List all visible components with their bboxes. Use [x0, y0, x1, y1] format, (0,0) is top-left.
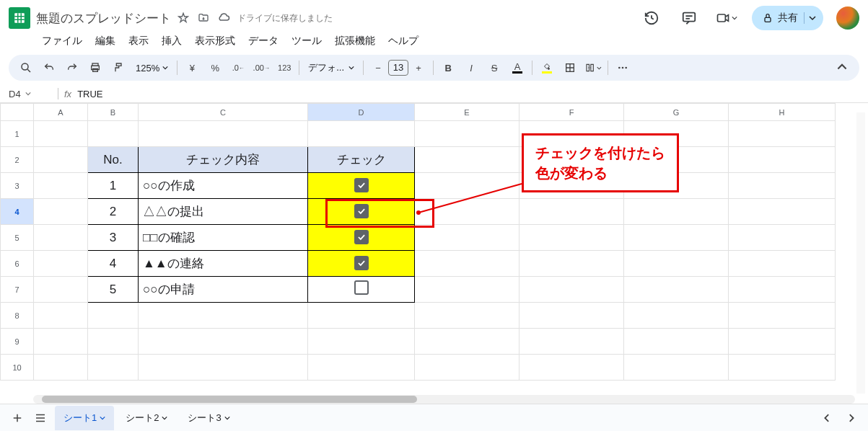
cell-D4[interactable]: [308, 199, 415, 225]
col-header-D[interactable]: D: [308, 104, 415, 121]
search-icon[interactable]: [17, 59, 35, 76]
cell-G4[interactable]: [624, 199, 729, 225]
cell-D9[interactable]: [308, 329, 415, 355]
move-icon[interactable]: [196, 10, 211, 26]
cell-G6[interactable]: [624, 251, 729, 277]
checkbox-icon[interactable]: [354, 230, 369, 244]
row-header-8[interactable]: 8: [1, 303, 34, 329]
row-header-5[interactable]: 5: [1, 225, 34, 251]
cloud-saved-icon[interactable]: [216, 10, 232, 26]
cell-A3[interactable]: [34, 173, 88, 199]
share-button[interactable]: 共有: [752, 6, 823, 30]
cell-B1[interactable]: [88, 121, 139, 147]
cell-B7[interactable]: 5: [88, 277, 139, 303]
more-formats-icon[interactable]: 123: [276, 59, 293, 76]
account-avatar[interactable]: [836, 6, 859, 30]
cell-E10[interactable]: [415, 355, 520, 381]
italic-icon[interactable]: I: [463, 59, 480, 76]
percent-icon[interactable]: %: [206, 59, 224, 76]
cell-C2[interactable]: チェック内容: [139, 147, 308, 173]
cell-E1[interactable]: [415, 121, 520, 147]
meet-icon[interactable]: [714, 6, 739, 30]
sheet-nav-left-icon[interactable]: [819, 409, 836, 427]
history-icon[interactable]: [639, 6, 664, 30]
cell-C1[interactable]: [139, 121, 308, 147]
currency-icon[interactable]: ¥: [183, 59, 201, 76]
col-header-E[interactable]: E: [415, 104, 520, 121]
cell-G5[interactable]: [624, 225, 729, 251]
select-all-corner[interactable]: [1, 104, 34, 121]
cell-C8[interactable]: [139, 303, 308, 329]
row-header-2[interactable]: 2: [1, 147, 34, 173]
col-header-A[interactable]: A: [34, 104, 88, 121]
cell-A9[interactable]: [34, 329, 88, 355]
menu-表示[interactable]: 表示: [123, 32, 154, 50]
cell-A4[interactable]: [34, 199, 88, 225]
cell-H6[interactable]: [729, 251, 836, 277]
borders-icon[interactable]: [561, 59, 579, 76]
cell-E7[interactable]: [415, 277, 520, 303]
menu-挿入[interactable]: 挿入: [156, 32, 188, 50]
checkbox-icon[interactable]: [354, 204, 369, 218]
cell-H9[interactable]: [729, 329, 836, 355]
cell-H4[interactable]: [729, 199, 836, 225]
font-select[interactable]: デフォ...: [305, 61, 357, 74]
cell-D5[interactable]: [308, 225, 415, 251]
bold-icon[interactable]: B: [439, 59, 457, 76]
row-header-6[interactable]: 6: [1, 251, 34, 277]
print-icon[interactable]: [87, 59, 104, 76]
cell-H8[interactable]: [729, 303, 836, 329]
col-header-F[interactable]: F: [520, 104, 624, 121]
cell-F5[interactable]: [520, 225, 624, 251]
cell-H10[interactable]: [729, 355, 836, 381]
redo-icon[interactable]: [63, 59, 81, 76]
cell-A7[interactable]: [34, 277, 88, 303]
comment-icon[interactable]: [677, 6, 701, 30]
cell-D7[interactable]: [308, 277, 415, 303]
cell-C5[interactable]: □□の確認: [139, 225, 308, 251]
cell-B6[interactable]: 4: [88, 251, 139, 277]
cell-E4[interactable]: [415, 199, 520, 225]
checkbox-icon[interactable]: [354, 280, 369, 295]
cell-C7[interactable]: ○○の申請: [139, 277, 308, 303]
cell-H7[interactable]: [729, 277, 836, 303]
cell-B9[interactable]: [88, 329, 139, 355]
cell-D2[interactable]: チェック: [308, 147, 415, 173]
row-header-10[interactable]: 10: [1, 355, 34, 381]
sheet-tab-シート1[interactable]: シート1: [55, 406, 114, 430]
cell-B2[interactable]: No.: [88, 147, 139, 173]
paint-format-icon[interactable]: [110, 59, 127, 76]
collapse-toolbar-icon[interactable]: [833, 59, 851, 76]
cell-E3[interactable]: [415, 173, 520, 199]
row-header-3[interactable]: 3: [1, 173, 34, 199]
cell-E5[interactable]: [415, 225, 520, 251]
menu-ツール[interactable]: ツール: [286, 32, 328, 50]
cell-A1[interactable]: [34, 121, 88, 147]
star-icon[interactable]: [175, 10, 191, 26]
font-size-input[interactable]: 13: [388, 60, 408, 76]
col-header-B[interactable]: B: [88, 104, 139, 121]
font-size-increase[interactable]: +: [410, 59, 427, 76]
cell-D8[interactable]: [308, 303, 415, 329]
cell-A2[interactable]: [34, 147, 88, 173]
cell-F6[interactable]: [520, 251, 624, 277]
cell-F4[interactable]: [520, 199, 624, 225]
share-dropdown-icon[interactable]: [804, 12, 816, 24]
menu-編集[interactable]: 編集: [89, 32, 121, 50]
cell-C9[interactable]: [139, 329, 308, 355]
sheets-logo[interactable]: [9, 7, 30, 29]
font-size-decrease[interactable]: −: [369, 59, 387, 76]
cell-B8[interactable]: [88, 303, 139, 329]
horizontal-scrollbar[interactable]: [33, 395, 855, 404]
cell-G7[interactable]: [624, 277, 729, 303]
menu-ヘルプ[interactable]: ヘルプ: [382, 32, 424, 50]
menu-データ[interactable]: データ: [242, 32, 284, 50]
cell-C10[interactable]: [139, 355, 308, 381]
cell-H2[interactable]: [729, 147, 836, 173]
col-header-G[interactable]: G: [624, 104, 729, 121]
row-header-1[interactable]: 1: [1, 121, 34, 147]
cell-A5[interactable]: [34, 225, 88, 251]
more-toolbar-icon[interactable]: [614, 59, 631, 76]
checkbox-icon[interactable]: [354, 178, 369, 192]
cell-D1[interactable]: [308, 121, 415, 147]
